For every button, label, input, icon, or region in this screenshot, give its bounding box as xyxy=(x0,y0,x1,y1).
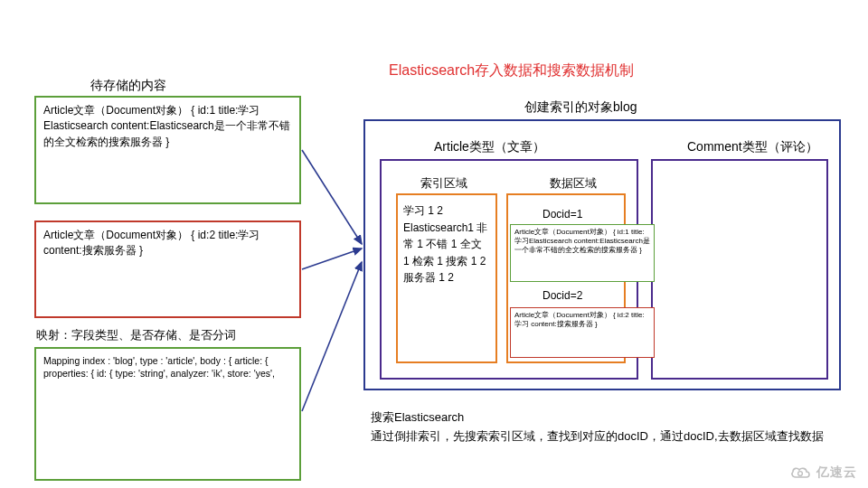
inverted-index-box: 学习 1 2 Elasticsearch1 非常 1 不错 1 全文 1 检索 … xyxy=(396,193,497,363)
arrow-doc1-to-blog xyxy=(302,150,362,244)
document-source-2: Article文章（Document对象） { id:2 title:学习 co… xyxy=(34,221,301,318)
stored-document-2: Article文章（Document对象） { id:2 title:学习 co… xyxy=(510,307,655,358)
watermark: 亿速云 xyxy=(789,465,857,481)
article-type-label: Article类型（文章） xyxy=(434,139,545,155)
diagram-main-title: Elasticsearch存入数据和搜索数据机制 xyxy=(389,61,634,80)
docid-1-label: Docid=1 xyxy=(542,208,582,221)
mapping-definition-box: Mapping index : 'blog', type : 'article'… xyxy=(34,347,301,481)
blog-index-title: 创建索引的对象blog xyxy=(524,99,637,116)
mapping-caption: 映射：字段类型、是否存储、是否分词 xyxy=(36,327,236,343)
cloud-icon xyxy=(789,465,813,480)
search-explanation: 搜索Elasticsearch 通过倒排索引，先搜索索引区域，查找到对应的doc… xyxy=(371,408,841,446)
comment-type-container xyxy=(651,159,828,380)
data-area-label: 数据区域 xyxy=(550,175,597,192)
arrow-doc2-to-blog xyxy=(302,249,362,269)
index-area-label: 索引区域 xyxy=(420,175,467,192)
docid-2-label: Docid=2 xyxy=(542,289,582,302)
arrow-mapping-to-blog xyxy=(302,262,362,411)
stored-document-1: Article文章（Document对象） { id:1 title:学习Ela… xyxy=(510,224,655,282)
section-title-pending-content: 待存储的内容 xyxy=(90,78,166,94)
comment-type-label: Comment类型（评论） xyxy=(687,139,818,155)
document-source-1: Article文章（Document对象） { id:1 title:学习Ela… xyxy=(34,96,301,204)
svg-point-0 xyxy=(798,472,803,476)
watermark-text: 亿速云 xyxy=(816,465,857,479)
